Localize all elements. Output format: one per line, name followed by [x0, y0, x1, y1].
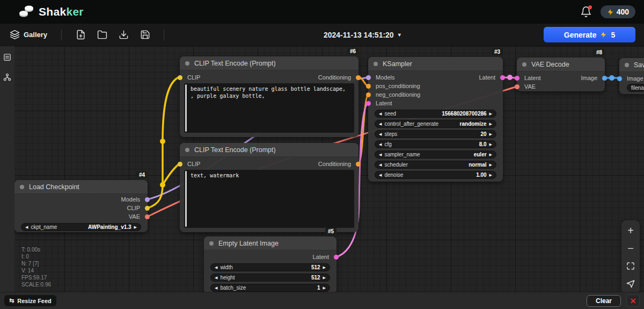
decrement-icon[interactable]: ◀	[215, 286, 217, 290]
node-id-badge: #8	[594, 49, 605, 56]
port-dot-latent-in[interactable]	[366, 101, 371, 106]
port-dot-models[interactable]	[366, 75, 371, 80]
node-header[interactable]: VAE Decode	[517, 58, 605, 71]
gallery-button[interactable]: Gallery	[6, 27, 50, 42]
app-logo[interactable]: Shakker	[18, 4, 84, 19]
widget-steps[interactable]: ◀ steps 20 ▶	[375, 130, 496, 138]
port-dot-neg-conditioning[interactable]	[366, 92, 371, 97]
node-load-checkpoint[interactable]: #4 Load Checkpoint Models CLIP VAE ◀ ckp…	[14, 180, 148, 232]
port-dot-image-out[interactable]	[602, 76, 607, 81]
node-empty-latent-image[interactable]: #5 Empty Latent Image Latent ◀ width 512…	[204, 236, 336, 292]
canvas-left-rail	[0, 46, 14, 292]
node-header[interactable]: CLIP Text Encode (Prompt)	[180, 143, 358, 157]
port-dot-image[interactable]	[617, 76, 622, 81]
zoom-in-button[interactable]: +	[624, 224, 637, 237]
increment-icon[interactable]: ▶	[489, 122, 492, 126]
pan-mode-button[interactable]	[624, 277, 637, 290]
increment-icon[interactable]: ▶	[489, 173, 492, 177]
increment-icon[interactable]: ▶	[323, 286, 326, 290]
generate-button[interactable]: Generate 5	[544, 27, 635, 42]
reroute-dot[interactable]	[609, 75, 614, 81]
increment-icon[interactable]: ▶	[323, 265, 326, 269]
node-clip-text-encode-positive[interactable]: #6 CLIP Text Encode (Prompt) CLIP Condit…	[180, 56, 358, 137]
import-button[interactable]	[115, 27, 131, 42]
port-dot-conditioning[interactable]	[356, 75, 361, 80]
node-header[interactable]: Load Checkpoint	[14, 180, 148, 194]
save-workflow-button[interactable]	[137, 27, 153, 42]
port-dot-latent-out[interactable]	[500, 75, 505, 80]
widget-filename[interactable]: filenam	[627, 84, 644, 92]
collapse-dot[interactable]	[185, 61, 189, 66]
node-ksampler[interactable]: #3 KSampler Models Latent pos_conditioni…	[368, 57, 503, 182]
decrement-icon[interactable]: ◀	[379, 173, 382, 177]
increment-icon[interactable]: ▶	[489, 142, 492, 146]
port-dot-latent[interactable]	[515, 76, 519, 81]
decrement-icon[interactable]: ◀	[379, 153, 382, 156]
port-dot-vae[interactable]	[145, 214, 150, 219]
node-clip-text-encode-negative[interactable]: CLIP Text Encode (Prompt) CLIP Condition…	[180, 143, 358, 232]
increment-icon[interactable]: ▶	[489, 163, 492, 167]
port-dot-clip[interactable]	[178, 162, 182, 167]
port-dot-vae[interactable]	[515, 84, 519, 89]
decrement-icon[interactable]: ◀	[379, 163, 382, 167]
node-header[interactable]: Empty Latent Image	[204, 236, 336, 250]
fit-view-button[interactable]	[624, 260, 637, 272]
prompt-textarea[interactable]: beautiful scenery nature glass bottle la…	[184, 83, 354, 133]
reroute-dot[interactable]	[507, 75, 513, 80]
notifications-button[interactable]	[580, 6, 592, 18]
widget-batch-size[interactable]: ◀ batch_size 1 ▶	[210, 284, 330, 292]
clear-button[interactable]: Clear	[587, 295, 621, 307]
increment-icon[interactable]: ▶	[489, 132, 492, 136]
credits-badge[interactable]: 400	[601, 5, 635, 18]
zoom-out-button[interactable]: −	[624, 242, 637, 255]
node-save-image[interactable]: Save Image filenam	[619, 58, 644, 94]
increment-icon[interactable]: ▶	[489, 112, 492, 116]
decrement-icon[interactable]: ◀	[379, 122, 382, 126]
node-canvas[interactable]: T: 0.00sI: 0 N: 7 [7]V: 14 FPS:59.17SCAL…	[0, 46, 644, 292]
collapse-dot[interactable]	[374, 62, 378, 66]
decrement-icon[interactable]: ◀	[379, 112, 382, 116]
decrement-icon[interactable]: ◀	[379, 142, 382, 146]
increment-icon[interactable]: ▶	[489, 153, 492, 156]
port-dot-models[interactable]	[145, 197, 150, 202]
open-workflow-button[interactable]	[94, 27, 110, 42]
node-header[interactable]: KSampler	[368, 57, 503, 71]
feed-panel-icon[interactable]	[3, 53, 12, 62]
collapse-dot[interactable]	[625, 63, 629, 67]
port-dot-clip[interactable]	[178, 75, 182, 80]
widget-scheduler[interactable]: ◀ scheduler normal ▶	[375, 161, 496, 169]
resize-feed-button[interactable]: ⇆ Resize Feed	[4, 295, 56, 306]
widget-ckpt-name[interactable]: ◀ ckpt_name AWPainting_v1.3 ▶	[21, 223, 141, 231]
reroute-dot[interactable]	[160, 139, 165, 144]
increment-icon[interactable]: ▶	[134, 225, 137, 229]
node-vae-decode[interactable]: #8 VAE Decode Latent Image VAE	[517, 58, 605, 91]
prompt-textarea[interactable]: text, watermark	[184, 170, 354, 228]
node-header[interactable]: CLIP Text Encode (Prompt)	[180, 56, 358, 70]
port-dot-clip[interactable]	[145, 206, 150, 211]
port-dot-conditioning[interactable]	[356, 162, 361, 167]
widget-denoise[interactable]: ◀ denoise 1.00 ▶	[375, 171, 496, 179]
collapse-dot[interactable]	[20, 185, 24, 189]
widget-height[interactable]: ◀ height 512 ▶	[210, 274, 330, 282]
collapse-dot[interactable]	[522, 62, 526, 67]
increment-icon[interactable]: ▶	[323, 276, 326, 279]
port-dot-pos-conditioning[interactable]	[366, 84, 371, 89]
decrement-icon[interactable]: ◀	[215, 265, 217, 269]
widget-seed[interactable]: ◀ seed 156680208700286 ▶	[375, 110, 496, 118]
collapse-dot[interactable]	[185, 148, 189, 152]
new-workflow-button[interactable]	[72, 27, 89, 42]
collapse-dot[interactable]	[209, 241, 214, 246]
decrement-icon[interactable]: ◀	[25, 225, 28, 229]
close-feed-button[interactable]: ✕	[626, 294, 640, 307]
port-dot-latent[interactable]	[334, 255, 339, 260]
widget-sampler-name[interactable]: ◀ sampler_name euler ▶	[375, 150, 496, 159]
decrement-icon[interactable]: ◀	[215, 276, 217, 279]
widget-width[interactable]: ◀ width 512 ▶	[210, 263, 330, 271]
widget-control-after-generate[interactable]: ◀ control_after_generate randomize ▶	[375, 120, 496, 128]
reroute-dot[interactable]	[160, 182, 165, 188]
decrement-icon[interactable]: ◀	[379, 132, 382, 136]
timestamp-dropdown[interactable]: 2024-11-13 14:51:20 ▾	[324, 31, 401, 39]
widget-cfg[interactable]: ◀ cfg 8.0 ▶	[375, 140, 496, 148]
node-header[interactable]: Save	[619, 58, 644, 72]
workflow-tree-icon[interactable]	[3, 73, 12, 82]
